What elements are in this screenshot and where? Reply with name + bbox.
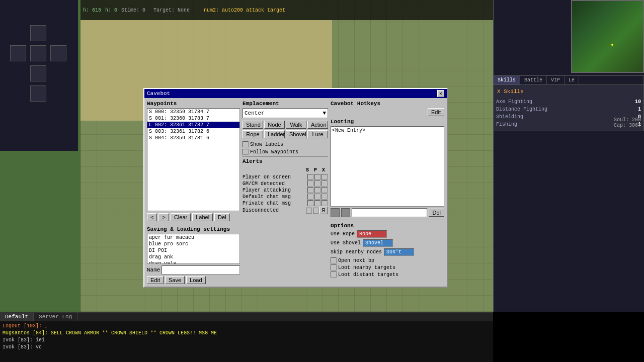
- waypoints-list[interactable]: S 000: 32359 31784 7 S 001: 32360 31783 …: [147, 108, 240, 211]
- saving-item-1[interactable]: blue pro sorc: [147, 241, 239, 247]
- disconnected-r-button[interactable]: R: [319, 207, 328, 214]
- alert-check-x-0[interactable]: [321, 174, 328, 180]
- saving-edit-button[interactable]: Edit: [147, 276, 164, 284]
- btn-action[interactable]: Action: [307, 121, 328, 129]
- waypoint-clear-button[interactable]: Clear: [171, 213, 191, 221]
- btn-stand[interactable]: Stand: [243, 121, 263, 129]
- btn-node[interactable]: Node: [264, 121, 285, 129]
- loot-nearby-checkbox[interactable]: [331, 264, 337, 270]
- col-s-label: S: [304, 167, 311, 173]
- character-panel: [0, 0, 78, 151]
- open-next-bp-label: Open next bp: [338, 258, 374, 263]
- waypoint-item-4[interactable]: S 004: 32359 31781 6: [147, 135, 239, 141]
- log-line-0: Logout [103]: ,: [3, 323, 491, 330]
- target-stat: Target: None: [153, 8, 190, 13]
- skill-name-shielding: Shielding: [496, 114, 523, 120]
- alert-check-x-4[interactable]: [321, 200, 328, 206]
- alert-check-p-4[interactable]: [314, 200, 320, 206]
- name-input[interactable]: [162, 265, 240, 275]
- tab-vip[interactable]: VIP: [547, 76, 565, 84]
- alert-check-s-3[interactable]: [307, 194, 313, 200]
- saving-item-3[interactable]: drag ank: [147, 254, 239, 260]
- skip-nearby-dropdown[interactable]: Don't: [384, 248, 414, 256]
- saving-item-0[interactable]: aper fur macacu: [147, 234, 239, 241]
- alert-check-s-4[interactable]: [307, 200, 313, 206]
- alert-check-x-1[interactable]: [321, 180, 328, 187]
- alert-check-s-0[interactable]: [307, 174, 313, 180]
- emplacement-panel: Emplacement Center ▼ Stand Node Walk Act…: [243, 101, 328, 155]
- alert-check-p-5[interactable]: [313, 208, 319, 214]
- waypoint-next-button[interactable]: >: [158, 213, 169, 221]
- saving-item-2[interactable]: DI POI: [147, 247, 239, 254]
- btn-rope[interactable]: Rope: [243, 130, 263, 138]
- options-section: Options Use Rope Rope Use Shovel Shovel …: [331, 223, 444, 279]
- looting-list[interactable]: <New Entry>: [331, 126, 444, 207]
- dialog-close-button[interactable]: ✕: [437, 90, 444, 97]
- log-tab-default[interactable]: Default: [0, 313, 34, 321]
- dialog-title: Cavebot: [147, 90, 170, 97]
- use-rope-dropdown[interactable]: Rope: [357, 230, 387, 238]
- waypoint-item-1[interactable]: S 001: 32360 31783 7: [147, 115, 239, 122]
- show-labels-checkbox[interactable]: [243, 141, 249, 147]
- use-shovel-dropdown[interactable]: Shovel: [363, 239, 393, 247]
- btn-ladder[interactable]: Ladder: [264, 130, 285, 138]
- loot-distant-checkbox[interactable]: [331, 272, 337, 278]
- emplacement-row2: Rope Ladder Shovel Lure: [243, 130, 328, 138]
- looting-new-entry[interactable]: <New Entry>: [332, 128, 365, 133]
- waypoint-label-button[interactable]: Label: [192, 213, 213, 221]
- alert-check-p-3[interactable]: [314, 194, 320, 200]
- btn-shovel[interactable]: Shovel: [286, 130, 306, 138]
- loot-del-button[interactable]: Del: [429, 209, 444, 217]
- waypoint-prev-button[interactable]: <: [147, 213, 157, 221]
- show-labels-checkbox-label[interactable]: Show labels: [243, 141, 283, 147]
- loot-nearby-label: Loot nearby targets: [338, 265, 395, 270]
- follow-waypoints-checkbox[interactable]: [243, 149, 249, 155]
- loot-color-box-1[interactable]: [331, 208, 340, 217]
- alert-row-1: GM/CM detected: [243, 180, 328, 187]
- open-next-bp-checkbox[interactable]: [331, 257, 337, 263]
- alert-check-x-3[interactable]: [321, 194, 328, 200]
- tab-le[interactable]: Le: [565, 76, 579, 84]
- saving-list[interactable]: aper fur macacu blue pro sorc DI POI dra…: [147, 234, 240, 264]
- btn-lure[interactable]: Lure: [307, 130, 328, 138]
- btn-walk[interactable]: Walk: [286, 121, 306, 129]
- waypoint-item-0[interactable]: S 000: 32359 31784 7: [147, 109, 239, 115]
- saving-load-button[interactable]: Load: [186, 276, 205, 284]
- alert-check-s-2[interactable]: [307, 187, 313, 193]
- soul-value: 200: [632, 117, 641, 123]
- alert-check-s-5[interactable]: [306, 208, 312, 214]
- hotkeys-label: Cavebot Hotkeys: [331, 101, 444, 107]
- looting-controls: Del: [331, 208, 444, 217]
- tab-battle[interactable]: Battle: [520, 76, 547, 84]
- right-column: Cavebot Hotkeys Edit Looting <New Entry>…: [331, 101, 444, 284]
- alert-check-x-2[interactable]: [321, 187, 328, 193]
- hotkeys-edit-button[interactable]: Edit: [428, 108, 444, 116]
- waypoint-item-2[interactable]: L 002: 32361 31782 7: [147, 122, 239, 128]
- saving-item-4[interactable]: drag vala: [147, 260, 239, 264]
- skill-name-fishing: Fishing: [496, 122, 517, 127]
- mana-stat: h: 0: [105, 8, 117, 13]
- waypoint-del-button[interactable]: Del: [214, 213, 230, 221]
- name-row: Name: [147, 265, 240, 275]
- looting-section: Looting <New Entry> Del: [331, 119, 444, 217]
- tab-skills[interactable]: Skills: [494, 76, 520, 84]
- minimap-player-dot: [611, 44, 613, 46]
- follow-waypoints-label[interactable]: Follow waypoints: [243, 149, 328, 155]
- saving-save-button[interactable]: Save: [165, 276, 185, 284]
- soul-cap-display: Soul: 200 Cap: 3067: [614, 117, 641, 128]
- skill-row-distance: Distance Fighting 1: [496, 106, 641, 113]
- show-labels-text: Show labels: [250, 142, 283, 147]
- emplacement-dropdown[interactable]: Center ▼: [243, 108, 328, 118]
- alert-check-s-1[interactable]: [307, 180, 313, 187]
- alert-name-5: Disconnected: [243, 208, 305, 213]
- alert-row-5: Disconnected R: [243, 207, 328, 214]
- alert-check-p-1[interactable]: [314, 180, 320, 187]
- log-line-1: Mugsantos [84]: SELL CROWN ARMOR ** CROW…: [3, 330, 491, 337]
- hp-stat: h: 615: [83, 8, 101, 13]
- loot-color-box-2[interactable]: [341, 208, 350, 217]
- log-tab-server[interactable]: Server Log: [34, 313, 77, 321]
- loot-name-input[interactable]: [352, 208, 427, 217]
- alert-check-p-0[interactable]: [314, 174, 320, 180]
- waypoint-item-3[interactable]: S 003: 32361 31782 6: [147, 128, 239, 135]
- alert-check-p-2[interactable]: [314, 187, 320, 193]
